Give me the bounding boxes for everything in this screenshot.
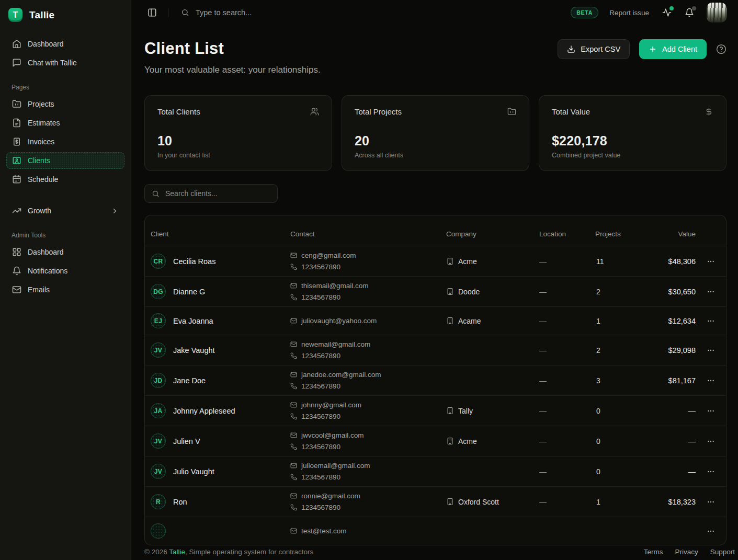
sidebar-item-growth[interactable]: Growth bbox=[6, 202, 124, 219]
global-search[interactable] bbox=[181, 8, 571, 17]
client-search[interactable] bbox=[144, 184, 278, 203]
sidebar: T Tallie Dashboard Chat with Tallie Page… bbox=[0, 0, 131, 560]
table-row[interactable]: test@test.com bbox=[145, 517, 726, 545]
help-icon[interactable] bbox=[716, 44, 726, 54]
table-row[interactable]: JV Julio Vaught julioemail@gmail.com 123… bbox=[145, 456, 726, 486]
phone-icon bbox=[290, 352, 297, 359]
page-subtitle: Your most valuable asset: your relations… bbox=[144, 65, 321, 75]
stat-card-total-clients: Total Clients 10 In your contact list bbox=[144, 95, 332, 171]
stat-caption: Combined project value bbox=[552, 152, 713, 159]
stat-value: 10 bbox=[157, 133, 319, 148]
table-row[interactable]: R Ron ronnie@gmail.com 1234567890 bbox=[145, 486, 726, 517]
footer-links: Terms Privacy Support bbox=[644, 548, 735, 556]
receipt-icon bbox=[12, 137, 21, 146]
sidebar-item-invoices[interactable]: Invoices bbox=[6, 133, 124, 150]
client-phone: 1234567890 bbox=[301, 413, 340, 420]
sidebar-item-label: Dashboard bbox=[28, 40, 64, 48]
client-avatar: CR bbox=[151, 254, 166, 269]
download-icon bbox=[567, 45, 575, 53]
row-actions-menu-icon[interactable] bbox=[705, 374, 717, 387]
phone-icon bbox=[290, 294, 297, 301]
table-row[interactable]: DG Dianne G thisemail@gmail.com 12345678… bbox=[145, 276, 726, 306]
content: Client List Your most valuable asset: yo… bbox=[131, 25, 738, 545]
client-search-input[interactable] bbox=[165, 189, 270, 198]
global-search-input[interactable] bbox=[196, 8, 353, 17]
sidebar-item-dashboard[interactable]: Dashboard bbox=[6, 36, 124, 52]
sidebar-item-notifications[interactable]: Notifications bbox=[6, 262, 124, 279]
footer-link-support[interactable]: Support bbox=[710, 548, 735, 556]
client-phone: 1234567890 bbox=[301, 504, 340, 511]
client-email: test@test.com bbox=[301, 527, 346, 535]
sidebar-item-estimates[interactable]: Estimates bbox=[6, 115, 124, 131]
row-actions-menu-icon[interactable] bbox=[705, 435, 717, 448]
sidebar-item-dashboard[interactable]: Dashboard bbox=[6, 244, 124, 260]
client-avatar: JA bbox=[151, 403, 166, 418]
client-location: — bbox=[539, 346, 595, 355]
client-projects-count: 0 bbox=[595, 467, 649, 476]
client-projects-count: 2 bbox=[595, 346, 649, 355]
table-row[interactable]: JV Julien V jwvcool@gmail.com 1234567890 bbox=[145, 426, 726, 456]
sidebar-item-label: Notifications bbox=[28, 267, 67, 275]
sidebar-toggle-icon[interactable] bbox=[147, 8, 157, 17]
column-header-projects: Projects bbox=[595, 230, 649, 238]
table-row[interactable]: JA Johnny Appleseed johnny@gmail.com 123… bbox=[145, 395, 726, 426]
client-projects-count: 0 bbox=[595, 437, 649, 445]
sidebar-item-chat-with-tallie[interactable]: Chat with Tallie bbox=[6, 54, 124, 71]
phone-icon bbox=[290, 413, 297, 420]
sidebar-item-clients[interactable]: Clients bbox=[6, 152, 124, 169]
client-email: johnny@gmail.com bbox=[301, 401, 361, 409]
client-projects-count: 11 bbox=[595, 257, 649, 266]
activity-icon[interactable] bbox=[662, 8, 672, 17]
row-actions-menu-icon[interactable] bbox=[705, 496, 717, 508]
client-location: — bbox=[539, 467, 595, 476]
client-avatar: JV bbox=[151, 433, 166, 449]
row-actions-menu-icon[interactable] bbox=[705, 315, 717, 327]
copyright: © 2026 Tallie, Simple operating system f… bbox=[144, 548, 313, 556]
client-company: Acme bbox=[458, 437, 477, 445]
row-actions-menu-icon[interactable] bbox=[705, 255, 717, 268]
beta-badge: BETA bbox=[571, 7, 598, 18]
report-issue-link[interactable]: Report issue bbox=[609, 9, 649, 17]
brand-name: Tallie bbox=[29, 9, 54, 21]
table-row[interactable]: JD Jane Doe janedoe.com@gmail.com 123456… bbox=[145, 365, 726, 395]
phone-icon bbox=[290, 474, 297, 481]
sidebar-item-label: Clients bbox=[28, 156, 50, 165]
column-header-company: Company bbox=[446, 230, 539, 238]
mail-icon bbox=[290, 528, 297, 534]
notifications-bell-icon[interactable] bbox=[685, 8, 694, 17]
client-email: newemail@gmail.com bbox=[301, 340, 370, 348]
client-name: Cecilia Roas bbox=[173, 257, 215, 266]
mail-icon bbox=[290, 341, 297, 348]
footer-link-privacy[interactable]: Privacy bbox=[675, 548, 698, 556]
sidebar-item-emails[interactable]: Emails bbox=[6, 281, 124, 298]
column-header-client: Client bbox=[145, 230, 290, 238]
sidebar-item-schedule[interactable]: Schedule bbox=[6, 171, 124, 188]
client-value: $12,634 bbox=[649, 317, 696, 325]
add-client-button[interactable]: Add Client bbox=[639, 39, 707, 59]
stat-card-total-projects: Total Projects 20 Across all clients bbox=[342, 95, 529, 171]
client-location: — bbox=[539, 498, 595, 506]
client-avatar: EJ bbox=[151, 313, 166, 328]
table-row[interactable]: CR Cecilia Roas ceng@gmail.com 123456789… bbox=[145, 246, 726, 276]
table-row[interactable]: JV Jake Vaught newemail@gmail.com 123456… bbox=[145, 335, 726, 365]
sidebar-item-label: Schedule bbox=[28, 175, 58, 184]
row-actions-menu-icon[interactable] bbox=[705, 525, 717, 538]
sidebar-item-projects[interactable]: Projects bbox=[6, 96, 124, 112]
row-actions-menu-icon[interactable] bbox=[705, 465, 717, 478]
client-phone: 1234567890 bbox=[301, 263, 340, 271]
row-actions-menu-icon[interactable] bbox=[705, 285, 717, 298]
table-row[interactable]: EJ Eva Joanna juliovaught@yahoo.com bbox=[145, 306, 726, 335]
sidebar-item-label: Invoices bbox=[28, 138, 54, 146]
client-company: Acame bbox=[458, 317, 481, 325]
row-actions-menu-icon[interactable] bbox=[705, 344, 717, 357]
topbar: BETA Report issue bbox=[131, 0, 738, 25]
idcard-icon bbox=[12, 156, 21, 165]
client-avatar: R bbox=[151, 494, 166, 509]
client-location: — bbox=[539, 376, 595, 385]
brand[interactable]: T Tallie bbox=[6, 7, 124, 36]
row-actions-menu-icon[interactable] bbox=[705, 405, 717, 417]
user-avatar[interactable] bbox=[707, 3, 726, 22]
building-icon bbox=[446, 437, 454, 445]
export-csv-button[interactable]: Export CSV bbox=[558, 39, 630, 59]
footer-link-terms[interactable]: Terms bbox=[644, 548, 663, 556]
